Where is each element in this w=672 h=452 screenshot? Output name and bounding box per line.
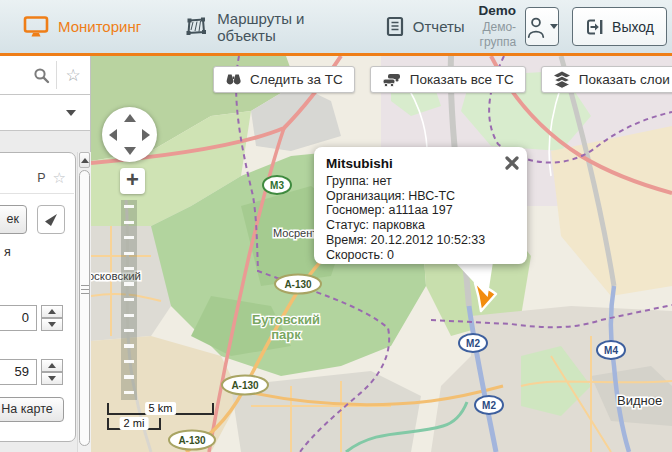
group-dropdown[interactable] (0, 95, 90, 131)
sidebar: ☆ P ☆ ек я 0 (0, 56, 91, 452)
truncated-label: я (4, 245, 11, 259)
map-toolbar: Следить за ТС Показать все ТС По (213, 66, 672, 93)
nav-reports[interactable]: Отчеты (386, 16, 465, 37)
map-pan-control (102, 107, 157, 162)
road-badge-a130: А-130 (169, 431, 215, 450)
star-icon: ☆ (65, 65, 80, 86)
truncated-button-label: ек (7, 212, 19, 226)
truncated-button[interactable]: ек (0, 205, 27, 234)
geofence-icon (185, 16, 208, 37)
show-layers-button[interactable]: Показать слои (541, 66, 672, 93)
step-up-button[interactable] (41, 359, 63, 372)
sidebar-scrollbar (77, 152, 91, 452)
road-badge-m4: М4 (597, 341, 625, 359)
nav-routes-objects[interactable]: Маршруты и объекты (185, 10, 344, 44)
show-all-vehicles-label: Показать все ТС (410, 72, 514, 87)
layers-icon (553, 71, 571, 89)
user-name: Demo (465, 3, 516, 20)
exit-icon (585, 18, 604, 36)
header-right-group: Demo Демо-группа Выход (465, 3, 667, 50)
nav-monitoring-label: Мониторинг (58, 18, 141, 35)
step-down-button[interactable] (41, 372, 63, 385)
zoom-in-button[interactable]: + (120, 168, 145, 194)
locate-button[interactable] (37, 205, 65, 234)
report-icon (386, 16, 404, 37)
follow-vehicle-button[interactable]: Следить за ТС (213, 66, 355, 93)
logout-label: Выход (612, 19, 654, 35)
navigate-arrow-icon (44, 213, 58, 227)
search-input[interactable] (2, 61, 26, 89)
road-badge-a130: А-130 (275, 275, 321, 294)
spinner-top-input[interactable]: 0 (0, 305, 37, 331)
spinner-bottom-stepper (41, 359, 63, 385)
person-icon (526, 15, 546, 39)
road-badge-a130: А-130 (222, 376, 268, 395)
zoom-slider[interactable] (121, 200, 137, 400)
chevron-down-icon (550, 24, 558, 33)
pan-left-button[interactable] (109, 129, 117, 141)
scroll-up-button[interactable] (79, 152, 90, 168)
scale-km-label: 5 km (145, 402, 177, 415)
panel-header-label: P (37, 171, 45, 185)
popup-line-organization: Организация: НВС-ТС (326, 189, 517, 204)
user-menu-button[interactable] (525, 7, 559, 46)
show-layers-label: Показать слои (579, 72, 670, 87)
scale-mi-label: 2 mi (120, 417, 149, 430)
map-container: Московский Мосрентген Видное Бутовский п… (91, 56, 672, 452)
triangle-up-icon (81, 154, 89, 163)
triangle-up-icon (48, 359, 56, 368)
svg-text:М2: М2 (482, 400, 496, 411)
favorites-button[interactable]: ☆ (58, 56, 88, 94)
cars-icon (382, 73, 402, 87)
monitor-icon (23, 15, 49, 39)
scale-bar-mi: 2 mi (107, 418, 161, 430)
user-info: Demo Демо-группа (465, 3, 516, 50)
nav-routes-label: Маршруты и объекты (217, 10, 344, 44)
search-icon[interactable] (33, 67, 50, 84)
popup-close-button[interactable] (504, 155, 520, 171)
chevron-down-icon (66, 110, 76, 121)
step-up-button[interactable] (41, 305, 63, 318)
popup-line-speed: Скорость: 0 (326, 248, 517, 263)
triangle-down-icon (48, 376, 56, 385)
pan-up-button[interactable] (124, 114, 136, 122)
scale-bar-km: 5 km (107, 403, 214, 415)
popup-line-time: Время: 20.12.2012 10:52:33 (326, 233, 517, 248)
svg-text:А-130: А-130 (284, 279, 312, 290)
step-down-button[interactable] (41, 318, 63, 331)
svg-text:М4: М4 (604, 345, 618, 356)
grip-icon (81, 285, 89, 295)
nav-monitoring[interactable]: Мониторинг (23, 15, 141, 39)
map-label-park-2: парк (271, 327, 301, 342)
top-navbar: Мониторинг Маршруты и объекты Отчеты Dem… (0, 0, 672, 56)
popup-line-plate: Госномер: а111аа 197 (326, 203, 517, 218)
triangle-up-icon (48, 305, 56, 314)
on-map-label: На карте (1, 402, 52, 416)
map-label-vidnoe: Видное (617, 393, 662, 408)
road-badge-m2: М2 (459, 334, 487, 352)
triangle-down-icon (48, 322, 56, 331)
star-icon[interactable]: ☆ (53, 169, 66, 187)
show-all-vehicles-button[interactable]: Показать все ТС (370, 66, 526, 93)
on-map-button[interactable]: На карте (0, 397, 64, 422)
svg-text:А-130: А-130 (231, 380, 259, 391)
pan-right-button[interactable] (142, 129, 150, 141)
divider (56, 61, 57, 89)
divider (0, 193, 74, 194)
zoom-slider-ticks (124, 205, 134, 400)
vehicle-panel: P ☆ ек я 0 59 (0, 152, 76, 442)
popup-title: Mitsubishi (326, 156, 517, 171)
road-badge-m2: М2 (475, 396, 503, 414)
svg-text:М3: М3 (270, 180, 284, 191)
follow-vehicle-label: Следить за ТС (250, 72, 343, 87)
panel-header-row: P ☆ (0, 169, 66, 187)
scrollbar-thumb[interactable] (79, 170, 90, 446)
pan-down-button[interactable] (124, 147, 136, 155)
popup-line-status: Статус: парковка (326, 218, 517, 233)
vehicle-popup: Mitsubishi Группа: нет Организация: НВС-… (314, 147, 527, 264)
user-group: Демо-группа (465, 20, 516, 50)
spinner-bottom-input[interactable]: 59 (0, 359, 37, 385)
logout-button[interactable]: Выход (572, 7, 667, 46)
nav-reports-label: Отчеты (413, 18, 465, 35)
spinner-top-stepper (41, 305, 63, 331)
